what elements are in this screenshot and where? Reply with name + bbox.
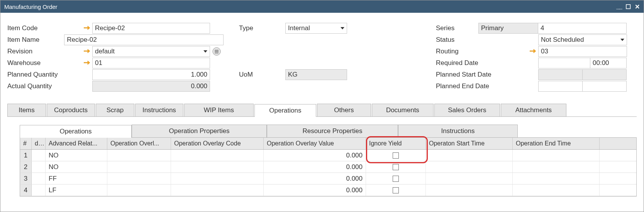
cell-overlay-id[interactable]	[107, 161, 171, 173]
tab-items[interactable]: Items	[7, 104, 46, 116]
cell-end-time[interactable]	[513, 173, 600, 184]
series-no-input[interactable]	[538, 23, 627, 34]
subtab-resource-properties[interactable]: Resource Properties	[267, 125, 398, 137]
list-icon[interactable]	[212, 47, 221, 56]
checkbox-icon[interactable]	[393, 176, 399, 182]
col-operation-overlay-code[interactable]: Operation Overlay Code	[171, 138, 264, 149]
cell-advanced-relation[interactable]: FF	[46, 173, 107, 184]
subtab-instructions[interactable]: Instructions	[398, 125, 518, 137]
tab-instructions[interactable]: Instructions	[135, 104, 183, 116]
tab-coproducts[interactable]: Coproducts	[47, 104, 95, 116]
grid-header-row: # d ... Advanced Relat... Operation Over…	[20, 138, 636, 150]
cell-opcode[interactable]	[32, 150, 46, 161]
cell-overlay-code[interactable]	[171, 161, 264, 173]
cell-overlay-id[interactable]	[107, 150, 171, 161]
link-arrow-icon[interactable]	[84, 59, 90, 67]
link-arrow-icon[interactable]	[530, 48, 536, 55]
checkbox-icon[interactable]	[393, 164, 399, 170]
header-form: Item Code Item Name Revision default	[0, 13, 644, 96]
operations-subtabs: Operations Operation Properties Resource…	[20, 125, 637, 138]
tab-operations[interactable]: Operations	[254, 104, 316, 117]
col-operation-overlay-id[interactable]: Operation Overl...	[107, 138, 171, 149]
warehouse-input[interactable]	[92, 58, 210, 68]
cell-ignore-yield[interactable]	[366, 161, 426, 173]
svg-rect-2	[215, 51, 219, 52]
subtab-operations[interactable]: Operations	[20, 125, 132, 138]
table-row[interactable]: 2NO0.000	[20, 161, 636, 173]
cell-end-time[interactable]	[513, 161, 600, 173]
cell-overlay-value[interactable]: 0.000	[264, 150, 366, 161]
cell-overlay-id[interactable]	[107, 185, 171, 196]
revision-select[interactable]: default	[92, 46, 210, 57]
series-input	[478, 23, 538, 34]
status-select[interactable]: Not Scheduled	[538, 34, 627, 45]
cell-advanced-relation[interactable]: LF	[46, 185, 107, 196]
maximize-icon[interactable]: ☐	[625, 3, 631, 10]
col-ignore-yield[interactable]: Ignore Yield	[366, 138, 426, 149]
required-time-input[interactable]	[590, 58, 627, 68]
cell-opcode[interactable]	[32, 161, 46, 173]
cell-start-time[interactable]	[426, 173, 513, 184]
link-arrow-icon[interactable]	[84, 24, 90, 32]
cell-start-time[interactable]	[426, 161, 513, 173]
tab-sales-orders[interactable]: Sales Orders	[434, 104, 500, 116]
cell-advanced-relation[interactable]: NO	[46, 161, 107, 173]
planned-end-date-input[interactable]	[538, 81, 583, 92]
cell-opcode[interactable]	[32, 185, 46, 196]
col-operation-start-time[interactable]: Operaton Start Time	[426, 138, 513, 149]
col-opcode[interactable]: d ...	[32, 138, 46, 149]
tab-attachments[interactable]: Attachments	[501, 104, 566, 116]
cell-opcode[interactable]	[32, 173, 46, 184]
cell-overlay-code[interactable]	[171, 150, 264, 161]
cell-ignore-yield[interactable]	[366, 173, 426, 184]
subtab-operation-properties[interactable]: Operation Properties	[132, 125, 267, 137]
link-arrow-icon[interactable]	[84, 48, 90, 55]
cell-end-time[interactable]	[513, 150, 600, 161]
cell-overlay-value[interactable]: 0.000	[264, 173, 366, 184]
table-row[interactable]: 4LF0.000	[20, 185, 636, 196]
cell-overlay-value[interactable]: 0.000	[264, 185, 366, 196]
cell-overlay-code[interactable]	[171, 173, 264, 184]
tab-scrap[interactable]: Scrap	[96, 104, 134, 116]
cell-overlay-value[interactable]: 0.000	[264, 161, 366, 173]
cell-advanced-relation[interactable]: NO	[46, 150, 107, 161]
cell-end-time[interactable]	[513, 185, 600, 196]
cell-start-time[interactable]	[426, 150, 513, 161]
tab-others[interactable]: Others	[317, 104, 371, 116]
tab-wip-items[interactable]: WIP Items	[184, 104, 254, 116]
table-row[interactable]: 3FF0.000	[20, 173, 636, 185]
row-number: 1	[20, 150, 32, 161]
row-number: 2	[20, 161, 32, 173]
series-label: Series	[436, 24, 478, 32]
status-label: Status	[436, 36, 538, 44]
window-controls: __ ☐ ✕	[616, 3, 640, 10]
routing-input[interactable]	[538, 46, 627, 57]
cell-overlay-code[interactable]	[171, 185, 264, 196]
chevron-down-icon	[203, 50, 207, 53]
checkbox-icon[interactable]	[393, 187, 399, 193]
planned-qty-input[interactable]	[92, 69, 210, 80]
col-operation-overlay-value[interactable]: Operation Overlay Value	[264, 138, 366, 149]
planned-end-time-input[interactable]	[582, 81, 627, 92]
title-bar: Manufacturing Order __ ☐ ✕	[0, 0, 644, 13]
cell-overlay-id[interactable]	[107, 173, 171, 184]
col-advanced-relation[interactable]: Advanced Relat...	[46, 138, 107, 149]
required-date-input[interactable]	[538, 58, 590, 68]
checkbox-icon[interactable]	[393, 152, 399, 159]
table-row[interactable]: 1NO0.000	[20, 150, 636, 161]
row-number: 3	[20, 173, 32, 184]
cell-ignore-yield[interactable]	[366, 185, 426, 196]
col-operation-end-time[interactable]: Operation End Time	[513, 138, 600, 149]
tab-documents[interactable]: Documents	[372, 104, 434, 116]
minimize-icon[interactable]: __	[616, 3, 622, 10]
item-name-input[interactable]	[64, 34, 224, 45]
type-label: Type	[239, 24, 285, 32]
type-select[interactable]: Internal	[285, 23, 347, 34]
cell-ignore-yield[interactable]	[366, 150, 426, 161]
close-icon[interactable]: ✕	[635, 3, 640, 10]
planned-start-label: Planned Start Date	[436, 71, 538, 79]
revision-label: Revision	[7, 48, 92, 55]
cell-start-time[interactable]	[426, 185, 513, 196]
item-code-input[interactable]	[92, 23, 210, 34]
col-rownum[interactable]: #	[20, 138, 32, 149]
